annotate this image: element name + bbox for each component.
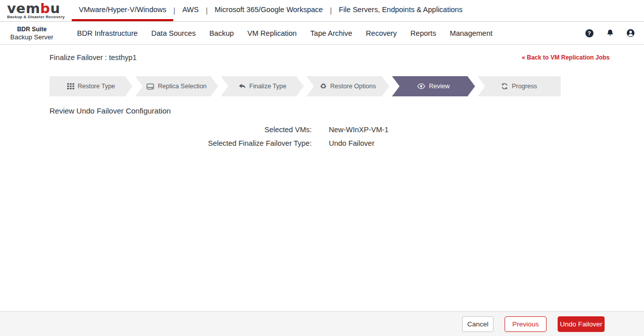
- step-progress[interactable]: Progress: [478, 76, 561, 96]
- page-title: Finalize Failover : testhyp1: [49, 53, 136, 62]
- nav-item-backup[interactable]: Backup: [203, 29, 240, 37]
- drive-icon: [146, 83, 154, 90]
- undo-failover-button[interactable]: Undo Failover: [558, 316, 605, 332]
- user-icon[interactable]: [626, 29, 635, 37]
- nav-items: BDR Infrastructure Data Sources Backup V…: [70, 29, 500, 37]
- page-header: Finalize Failover : testhyp1 « Back to V…: [0, 49, 644, 66]
- tab-vmware-hyperv-windows[interactable]: VMware/Hyper-V/Windows: [72, 0, 173, 21]
- step-label: Review: [429, 83, 450, 90]
- nav-item-management[interactable]: Management: [443, 29, 500, 37]
- step-label: Progress: [512, 83, 537, 90]
- vembu-logo[interactable]: vembu Backup & Disaster Recovery: [0, 0, 66, 21]
- vembu-logo-text: vembu: [7, 3, 66, 15]
- nav-item-recovery[interactable]: Recovery: [359, 29, 404, 37]
- field-value: New-WInXP-VM-1: [329, 126, 388, 134]
- tab-aws[interactable]: AWS: [175, 0, 206, 21]
- step-label: Replica Selection: [158, 83, 207, 90]
- step-label: Finalize Type: [250, 83, 286, 90]
- tab-file-servers-endpoints[interactable]: File Servers, Endpoints & Applications: [332, 0, 470, 21]
- vembu-logo-tagline: Backup & Disaster Recovery: [7, 15, 66, 19]
- field-label: Selected Finalize Failover Type:: [0, 139, 312, 147]
- review-row-selected-vms: Selected VMs: New-WInXP-VM-1: [0, 126, 644, 134]
- cancel-button[interactable]: Cancel: [462, 316, 493, 332]
- nav-item-bdr-infrastructure[interactable]: BDR Infrastructure: [70, 29, 144, 37]
- review-summary: Selected VMs: New-WInXP-VM-1 Selected Fi…: [0, 126, 644, 147]
- nav-right-icons: ?: [585, 29, 644, 37]
- recycle-icon: ♻: [320, 83, 326, 90]
- field-value: Undo Failover: [329, 139, 374, 147]
- help-icon[interactable]: ?: [585, 29, 593, 37]
- server-block[interactable]: BDR Suite Backup Server: [0, 26, 64, 41]
- previous-button[interactable]: Previous: [505, 316, 547, 332]
- step-restore-type[interactable]: Restore Type: [49, 76, 133, 96]
- back-to-vm-replication-jobs-link[interactable]: « Back to VM Replication Jobs: [522, 54, 610, 61]
- top-product-bar: vembu Backup & Disaster Recovery VMware/…: [0, 0, 644, 22]
- wizard-steps: Restore Type Replica Selection Finalize …: [49, 76, 561, 96]
- nav-item-tape-archive[interactable]: Tape Archive: [304, 29, 359, 37]
- nav-item-data-sources[interactable]: Data Sources: [144, 29, 203, 37]
- step-label: Restore Options: [330, 83, 376, 90]
- bell-icon[interactable]: [606, 29, 614, 37]
- nav-item-vm-replication[interactable]: VM Replication: [240, 29, 304, 37]
- main-nav-bar: BDR Suite Backup Server BDR Infrastructu…: [0, 22, 644, 45]
- server-label: Backup Server: [0, 33, 64, 41]
- reply-icon: [238, 83, 246, 90]
- grid-icon: [67, 83, 74, 89]
- eye-icon: [417, 83, 425, 89]
- step-restore-options[interactable]: ♻ Restore Options: [307, 76, 390, 96]
- review-heading: Review Undo Failover Configuration: [49, 106, 644, 115]
- footer-action-bar: Cancel Previous Undo Failover: [0, 311, 644, 336]
- product-tabs: VMware/Hyper-V/Windows | AWS | Microsoft…: [72, 0, 470, 21]
- step-label: Restore Type: [78, 83, 115, 90]
- step-review[interactable]: Review: [392, 76, 475, 96]
- step-replica-selection[interactable]: Replica Selection: [135, 76, 219, 96]
- tab-microsoft365-google[interactable]: Microsoft 365/Google Workspace: [208, 0, 330, 21]
- review-row-finalize-type: Selected Finalize Failover Type: Undo Fa…: [0, 139, 644, 147]
- step-finalize-type[interactable]: Finalize Type: [221, 76, 304, 96]
- nav-item-reports[interactable]: Reports: [404, 29, 443, 37]
- sync-icon: [501, 83, 508, 90]
- suite-label: BDR Suite: [0, 26, 64, 33]
- field-label: Selected VMs:: [0, 126, 312, 134]
